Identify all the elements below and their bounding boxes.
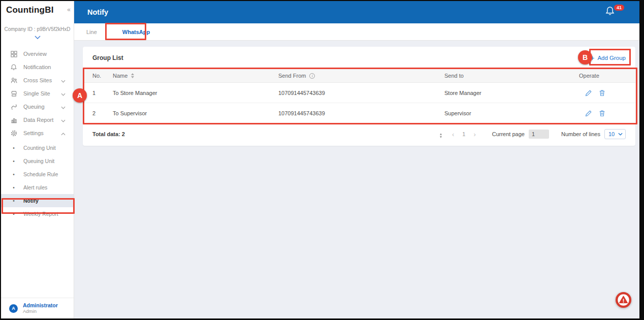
- app-window: CountingBI « Company ID : p9BrV5f2kHxD O…: [1, 1, 639, 318]
- table-footer: Total data: 2 ‹ 1 › Current page Number …: [83, 123, 635, 145]
- dashboard-icon: [10, 50, 17, 57]
- panel-header: Group List + Add Group: [83, 47, 635, 69]
- chevron-down-icon: [61, 104, 66, 110]
- user-name: Administrator: [23, 302, 58, 308]
- notifications-bell-button[interactable]: 41: [605, 6, 622, 19]
- sidebar-item-label: Queuing Unit: [23, 158, 54, 164]
- top-header: Notify 41: [74, 1, 639, 23]
- page-spinner[interactable]: [440, 133, 442, 138]
- annotation-marker-b: B: [578, 50, 592, 65]
- page-title: Notify: [87, 8, 108, 16]
- user-profile[interactable]: A Administrator Admin: [1, 298, 74, 318]
- annotation-marker-a: A: [73, 88, 87, 103]
- cross-sites-icon: [10, 77, 17, 84]
- chevron-down-icon: [61, 117, 66, 123]
- annotation-box-add-group: [589, 49, 631, 66]
- logo-row: CountingBI «: [1, 1, 74, 15]
- sidebar-item-cross-sites[interactable]: Cross Sites: [1, 74, 74, 87]
- sidebar-item-queuing[interactable]: Queuing: [1, 100, 74, 113]
- sidebar-item-single-site[interactable]: Single Site: [1, 87, 74, 100]
- sidebar-item-overview[interactable]: Overview: [1, 47, 74, 60]
- sidebar-collapse-icon[interactable]: «: [67, 6, 71, 13]
- store-icon: [10, 90, 17, 97]
- company-id-label: Company ID : p9BrV5f2kHxD: [1, 26, 74, 32]
- tab-line[interactable]: Line: [79, 23, 104, 41]
- annotation-box-notify-item: [2, 198, 75, 214]
- company-chevron-down-icon[interactable]: [1, 36, 74, 39]
- sidebar-item-alert-rules[interactable]: Alert rules: [1, 181, 74, 194]
- current-page-input[interactable]: [529, 130, 549, 139]
- sidebar-item-counting-unit[interactable]: Counting Unit: [1, 141, 74, 154]
- sidebar-item-data-report[interactable]: Data Report: [1, 113, 74, 126]
- user-role: Admin: [23, 308, 58, 314]
- sidebar-item-label: Data Report: [23, 117, 53, 123]
- sidebar-item-schedule-rule[interactable]: Schedule Rule: [1, 168, 74, 181]
- bell-icon: [10, 63, 17, 71]
- lines-value: 10: [608, 131, 615, 137]
- sidebar-item-settings[interactable]: Settings: [1, 126, 74, 140]
- page-number[interactable]: 1: [459, 131, 468, 137]
- app-logo: CountingBI: [6, 5, 54, 15]
- sidebar-item-queuing-unit[interactable]: Queuing Unit: [1, 154, 74, 168]
- notification-count-badge: 41: [614, 5, 624, 11]
- annotation-box-table: [83, 68, 637, 124]
- queue-icon: [10, 103, 17, 110]
- annotation-box-whatsapp-tab: [105, 23, 146, 40]
- sidebar-item-label: Single Site: [23, 90, 50, 97]
- sidebar-item-label: Alert rules: [23, 184, 47, 190]
- sidebar: CountingBI « Company ID : p9BrV5f2kHxD O…: [1, 1, 74, 318]
- sidebar-item-notification[interactable]: Notification: [1, 60, 74, 74]
- chart-icon: [10, 116, 17, 123]
- sidebar-item-label: Counting Unit: [23, 145, 56, 151]
- warning-icon: [615, 292, 632, 308]
- sidebar-item-label: Notification: [23, 64, 51, 70]
- chevron-up-icon: [61, 131, 66, 137]
- avatar: A: [9, 304, 18, 313]
- next-page-icon[interactable]: ›: [468, 131, 480, 138]
- total-data-label: Total data: 2: [92, 131, 125, 137]
- prev-page-icon[interactable]: ‹: [447, 131, 459, 138]
- current-page-label: Current page: [492, 131, 525, 137]
- sidebar-item-label: Overview: [23, 51, 47, 57]
- sidebar-item-label: Queuing: [23, 104, 45, 110]
- sidebar-item-label: Schedule Rule: [23, 171, 58, 177]
- lines-per-page-select[interactable]: 10: [604, 129, 626, 139]
- chevron-down-icon: [618, 133, 623, 136]
- gear-icon: [10, 130, 17, 137]
- sidebar-item-label: Cross Sites: [23, 77, 52, 83]
- tab-bar: Line WhatsApp: [74, 23, 639, 41]
- chevron-down-icon: [61, 78, 66, 84]
- pagination: ‹ 1 › Current page Number of lines 10: [447, 129, 626, 139]
- screenshot-frame: CountingBI « Company ID : p9BrV5f2kHxD O…: [0, 0, 644, 320]
- number-of-lines-label: Number of lines: [561, 131, 600, 137]
- alert-float-button[interactable]: [615, 292, 632, 308]
- chevron-down-icon: [61, 91, 66, 97]
- sidebar-item-label: Settings: [23, 130, 44, 136]
- sidebar-menu: Overview Notification Cross Sites Single…: [1, 47, 74, 220]
- panel-title: Group List: [92, 54, 123, 61]
